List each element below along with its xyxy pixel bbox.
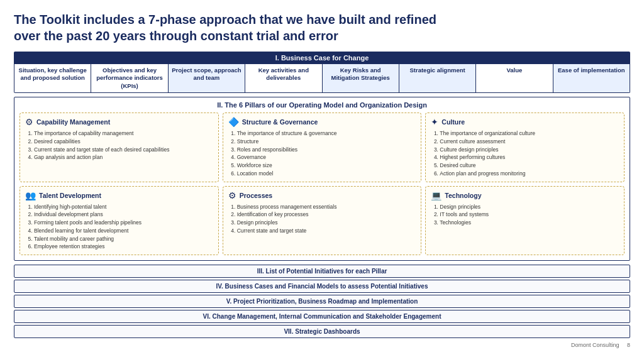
- pillar-list-item-1-3: Governance: [237, 153, 416, 162]
- phase-col-2: Project scope, approach and team: [169, 64, 245, 92]
- pillar-list-item-1-0: The importance of structure & governance: [237, 129, 416, 138]
- pillar-card-1: 🔷Structure & GovernanceThe importance of…: [223, 112, 422, 182]
- phase-col-5: Strategic alignment: [399, 64, 476, 92]
- title-line1: The Toolkit includes a 7-phase approach …: [14, 13, 436, 26]
- pillar-list-item-0-2: Current state and target state of each d…: [34, 146, 213, 154]
- pillar-list-item-5-0: Design principles: [440, 203, 619, 211]
- pillar-icon-0: ⚙: [25, 117, 33, 127]
- page: { "title_line1": "The Toolkit includes a…: [0, 0, 644, 362]
- pillar-list-item-2-4: Desired culture: [440, 162, 619, 170]
- pillar-list-item-0-1: Desired capabilities: [34, 138, 213, 146]
- phase-columns: Situation, key challenge and proposed so…: [14, 64, 630, 93]
- pillar-list-item-4-3: Current state and target state: [237, 227, 416, 235]
- pillar-title-4: Processes: [240, 192, 273, 199]
- pillar-list-item-0-0: The importance of capability management: [34, 129, 213, 138]
- phase-col-6: Value: [476, 64, 553, 92]
- title-line2: over the past 20 years through constant …: [14, 29, 338, 43]
- bottom-row-1: IV. Business Cases and Financial Models …: [14, 280, 630, 293]
- pillar-list-3: Identifying high-potential talentIndivid…: [25, 203, 213, 251]
- pillar-list-1: The importance of structure & governance…: [228, 129, 416, 178]
- pillar-list-item-2-3: Highest performing cultures: [440, 153, 619, 162]
- pillar-card-0: ⚙Capability ManagementThe importance of …: [19, 112, 219, 182]
- pillar-list-item-3-2: Forming talent pools and leadership pipe…: [34, 219, 213, 227]
- phase-col-4: Key Risks and Mitigation Strategies: [323, 64, 399, 92]
- pillar-list-item-2-1: Current culture assessment: [440, 138, 619, 146]
- pillar-header-1: 🔷Structure & Governance: [228, 117, 416, 127]
- pillar-list-item-2-2: Culture design principles: [440, 146, 619, 154]
- pillar-header-2: ✦Culture: [431, 117, 619, 127]
- pillar-title-0: Capability Management: [36, 118, 110, 126]
- pillar-card-2: ✦CultureThe importance of organizational…: [425, 112, 625, 182]
- phase-col-1: Objectives and key performance indicator…: [91, 64, 168, 92]
- pillar-list-item-1-1: Structure: [237, 138, 416, 146]
- pillar-title-5: Technology: [445, 192, 481, 199]
- phase-bar: I. Business Case for Change: [14, 52, 630, 64]
- pillar-icon-5: 💻: [431, 190, 441, 200]
- pillar-list-item-2-0: The importance of organizational culture: [440, 129, 619, 138]
- pillar-icon-1: 🔷: [228, 117, 239, 127]
- pillar-header-4: ⚙Processes: [228, 190, 416, 200]
- pillar-icon-2: ✦: [431, 117, 438, 127]
- pillars-grid: ⚙Capability ManagementThe importance of …: [19, 112, 625, 255]
- bottom-row-2: V. Project Prioritization, Business Road…: [14, 295, 630, 308]
- pillar-list-item-3-1: Individual development plans: [34, 211, 213, 219]
- pillar-list-item-4-1: Identification of key processes: [237, 211, 416, 219]
- pillar-title-1: Structure & Governance: [242, 118, 318, 126]
- footer: Domont Consulting 8: [14, 342, 630, 348]
- pillar-title-3: Talent Development: [39, 192, 101, 199]
- footer-brand: Domont Consulting: [571, 342, 619, 348]
- phase-col-7: Ease of implementation: [553, 64, 630, 92]
- pillar-title-2: Culture: [441, 118, 465, 126]
- bottom-row-4: VII. Strategic Dashboards: [14, 325, 630, 338]
- pillar-list-item-5-1: IT tools and systems: [440, 211, 619, 219]
- pillar-header-5: 💻Technology: [431, 190, 619, 200]
- pillar-list-item-0-3: Gap analysis and action plan: [34, 153, 213, 162]
- pillar-list-item-4-0: Business process management essentials: [237, 203, 416, 211]
- pillar-list-item-1-2: Roles and responsibilities: [237, 146, 416, 154]
- pillar-card-4: ⚙ProcessesBusiness process management es…: [223, 186, 422, 256]
- pillar-list-item-3-3: Blended learning for talent development: [34, 227, 213, 235]
- main-title: The Toolkit includes a 7-phase approach …: [14, 11, 630, 44]
- pillar-list-item-1-4: Workforce size: [237, 162, 416, 170]
- pillar-icon-4: ⚙: [228, 190, 236, 200]
- pillars-section: II. The 6 Pillars of our Operating Model…: [14, 97, 630, 261]
- bottom-rows: III. List of Potential Initiatives for e…: [14, 265, 630, 338]
- pillar-list-item-1-5: Location model: [237, 170, 416, 178]
- pillar-header-3: 👥Talent Development: [25, 190, 213, 200]
- phase-col-0: Situation, key challenge and proposed so…: [14, 64, 91, 92]
- pillars-section-title: II. The 6 Pillars of our Operating Model…: [19, 101, 625, 109]
- pillar-list-5: Design principlesIT tools and systemsTec…: [431, 203, 619, 227]
- pillar-list-item-5-2: Technologies: [440, 219, 619, 227]
- pillar-list-2: The importance of organizational culture…: [431, 129, 619, 178]
- pillar-icon-3: 👥: [25, 190, 36, 200]
- pillar-list-0: The importance of capability managementD…: [25, 129, 213, 162]
- pillar-list-item-3-4: Talent mobility and career pathing: [34, 235, 213, 243]
- phase-col-3: Key activities and deliverables: [245, 64, 322, 92]
- pillar-list-item-3-5: Employee retention strategies: [34, 243, 213, 251]
- pillar-card-5: 💻TechnologyDesign principlesIT tools and…: [425, 186, 625, 256]
- pillar-list-item-4-2: Design principles: [237, 219, 416, 227]
- pillar-list-item-2-5: Action plan and progress monitoring: [440, 170, 619, 178]
- bottom-row-3: VI. Change Management, Internal Communic…: [14, 310, 630, 323]
- pillar-list-item-3-0: Identifying high-potential talent: [34, 203, 213, 211]
- footer-page: 8: [627, 342, 630, 348]
- pillar-list-4: Business process management essentialsId…: [228, 203, 416, 235]
- pillar-card-3: 👥Talent DevelopmentIdentifying high-pote…: [19, 186, 219, 256]
- bottom-row-0: III. List of Potential Initiatives for e…: [14, 265, 630, 278]
- pillar-header-0: ⚙Capability Management: [25, 117, 213, 127]
